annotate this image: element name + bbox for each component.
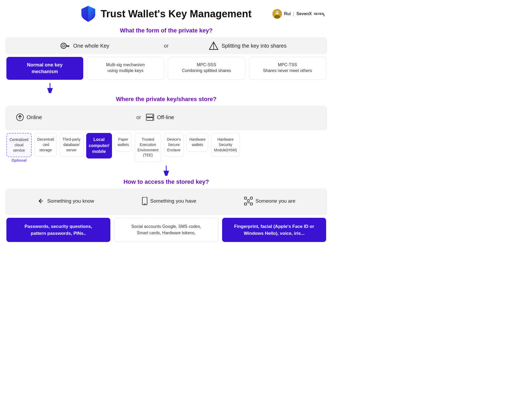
optional-label: Optional bbox=[11, 158, 27, 162]
storage-row: Online or Off-line bbox=[11, 110, 322, 124]
access-card-are: Fingerprint, facial (Apple's Face ID orW… bbox=[222, 218, 326, 242]
key-form-left: One whole Key bbox=[11, 42, 159, 49]
storage-card-wrapper-8: HardwareSecurityModule(HSM) bbox=[211, 133, 240, 162]
face-scan-icon bbox=[244, 197, 253, 206]
storage-label-8: HardwareSecurityModule(HSM) bbox=[214, 137, 237, 152]
storage-card-wrapper-0: Centralizedcloudservice Optional bbox=[6, 133, 32, 162]
storage-card-wrapper-6: Device'sSecureEnclave bbox=[164, 133, 184, 162]
arrow-left-icon bbox=[37, 197, 44, 205]
brand-avatar bbox=[272, 9, 282, 19]
storage-card-local: Localcomputer/mobile bbox=[86, 133, 112, 158]
svg-rect-33 bbox=[250, 203, 252, 205]
svg-point-3 bbox=[276, 12, 276, 13]
storage-label-6: Device'sSecureEnclave bbox=[167, 137, 181, 152]
down-arrow-icon-1 bbox=[45, 82, 55, 93]
mech-card-mpcsss: MPC-SSSCombining splitted shares bbox=[168, 57, 245, 80]
mech-card-normal: Normal one keymechanism bbox=[6, 57, 83, 80]
access-card-have: Social accounts Google, SMS codes,Smart … bbox=[114, 218, 219, 242]
access-row-box: Something you know Something you have bbox=[5, 189, 327, 215]
access-item-have: Something you have bbox=[142, 197, 196, 205]
svg-rect-30 bbox=[244, 197, 247, 199]
header: Trust Wallet's Key Management Rui | Seve… bbox=[5, 5, 327, 22]
arrow-down-section1 bbox=[5, 82, 327, 93]
storage-card-wrapper-5: TrustedExecutionEnvironment(TEE) bbox=[135, 133, 161, 162]
mech-label-1: Multi-sig mechanismusing multiple keys bbox=[106, 62, 145, 73]
key-form-right: Splitting the key into shares bbox=[173, 41, 322, 50]
key-icon bbox=[60, 42, 70, 49]
svg-rect-10 bbox=[68, 45, 69, 47]
access-are-label: Someone you are bbox=[256, 198, 296, 204]
storage-label-3: Localcomputer/mobile bbox=[89, 137, 109, 154]
storage-card-wrapper-3: Localcomputer/mobile bbox=[86, 133, 112, 162]
access-card-label-2: Fingerprint, facial (Apple's Face ID orW… bbox=[234, 224, 314, 236]
page-title: Trust Wallet's Key Management bbox=[101, 8, 251, 20]
svg-rect-28 bbox=[144, 204, 146, 204]
section2-question: Where the private key/shares store? bbox=[5, 96, 327, 103]
access-card-label-1: Social accounts Google, SMS codes,Smart … bbox=[131, 224, 201, 235]
brand-company: SevenX bbox=[296, 11, 312, 16]
phone-icon bbox=[142, 197, 148, 205]
key-form-row-box: One whole Key or Splitting the key into … bbox=[5, 37, 327, 54]
storage-label-5: TrustedExecutionEnvironment(TEE) bbox=[138, 137, 159, 157]
storage-card-paper: Paperwallets bbox=[115, 133, 132, 151]
svg-point-34 bbox=[247, 199, 250, 202]
down-arrow-icon-2 bbox=[161, 165, 172, 176]
storage-label-0: Centralizedcloudservice bbox=[10, 137, 28, 152]
storage-label-2: Third-partydatabase/server bbox=[63, 137, 81, 152]
svg-rect-22 bbox=[147, 115, 151, 116]
shield-icon bbox=[81, 5, 96, 22]
svg-text:SEVEN: SEVEN bbox=[314, 12, 324, 15]
section3-question: How to access the stored key? bbox=[5, 178, 327, 185]
storage-card-wrapper-1: Decentrali-zedstorage bbox=[34, 133, 57, 162]
storage-cards-row: Centralizedcloudservice Optional Decentr… bbox=[5, 133, 327, 162]
access-know-label: Something you know bbox=[47, 198, 94, 204]
storage-card-centralized: Centralizedcloudservice bbox=[6, 133, 32, 157]
one-whole-key-label: One whole Key bbox=[73, 43, 109, 49]
access-have-label: Something you have bbox=[150, 198, 196, 204]
svg-point-7 bbox=[61, 43, 66, 48]
key-form-row: One whole Key or Splitting the key into … bbox=[11, 41, 322, 50]
storage-card-wrapper-2: Third-partydatabase/server bbox=[60, 133, 84, 162]
splitting-key-label: Splitting the key into shares bbox=[222, 43, 287, 49]
mechanism-cards-row: Normal one keymechanism Multi-sig mechan… bbox=[5, 57, 327, 80]
offline-label: Off-line bbox=[157, 114, 174, 120]
svg-rect-29 bbox=[143, 197, 146, 198]
svg-rect-31 bbox=[250, 197, 252, 199]
svg-rect-32 bbox=[244, 203, 247, 205]
brand-name: Rui bbox=[284, 11, 291, 16]
mech-card-mpctss: MPC-TSSShares never meet others bbox=[249, 57, 326, 80]
storage-card-decentralized: Decentrali-zedstorage bbox=[34, 133, 57, 157]
storage-label-7: Hardwarewallets bbox=[189, 137, 206, 147]
svg-point-1 bbox=[275, 11, 279, 15]
storage-card-hsm: HardwareSecurityModule(HSM) bbox=[211, 133, 240, 157]
svg-text:X: X bbox=[323, 14, 325, 17]
storage-label-1: Decentrali-zedstorage bbox=[37, 137, 54, 152]
key-form-or: or bbox=[159, 43, 173, 49]
server-icon bbox=[146, 114, 154, 121]
storage-or: or bbox=[131, 114, 146, 120]
svg-rect-11 bbox=[67, 45, 68, 47]
storage-card-wrapper-4: Paperwallets bbox=[115, 133, 132, 162]
split-triangle-icon bbox=[209, 41, 218, 50]
mech-label-0: Normal one keymechanism bbox=[27, 62, 63, 74]
svg-point-20 bbox=[152, 115, 153, 116]
storage-online: Online bbox=[13, 113, 131, 121]
svg-point-21 bbox=[152, 119, 153, 120]
storage-card-tee: TrustedExecutionEnvironment(TEE) bbox=[135, 133, 161, 162]
access-cards-row: Passwords, security questions,pattern pa… bbox=[5, 218, 327, 242]
access-card-label-0: Passwords, security questions,pattern pa… bbox=[24, 224, 92, 236]
svg-rect-27 bbox=[142, 197, 147, 205]
svg-point-4 bbox=[278, 12, 279, 13]
brand-area: Rui | SevenX SEVEN X bbox=[272, 9, 327, 19]
mech-label-3: MPC-TSSShares never meet others bbox=[263, 62, 312, 73]
brand-separator: | bbox=[293, 11, 294, 17]
online-label: Online bbox=[27, 114, 42, 120]
storage-card-secure-enclave: Device'sSecureEnclave bbox=[164, 133, 184, 157]
svg-rect-23 bbox=[147, 118, 151, 120]
storage-card-thirdparty: Third-partydatabase/server bbox=[60, 133, 84, 157]
mech-card-multisig: Multi-sig mechanismusing multiple keys bbox=[87, 57, 164, 80]
mech-label-2: MPC-SSSCombining splitted shares bbox=[182, 62, 231, 73]
storage-label-4: Paperwallets bbox=[118, 137, 129, 147]
storage-card-hardware-wallets: Hardwarewallets bbox=[186, 133, 209, 151]
storage-card-wrapper-7: Hardwarewallets bbox=[186, 133, 209, 162]
